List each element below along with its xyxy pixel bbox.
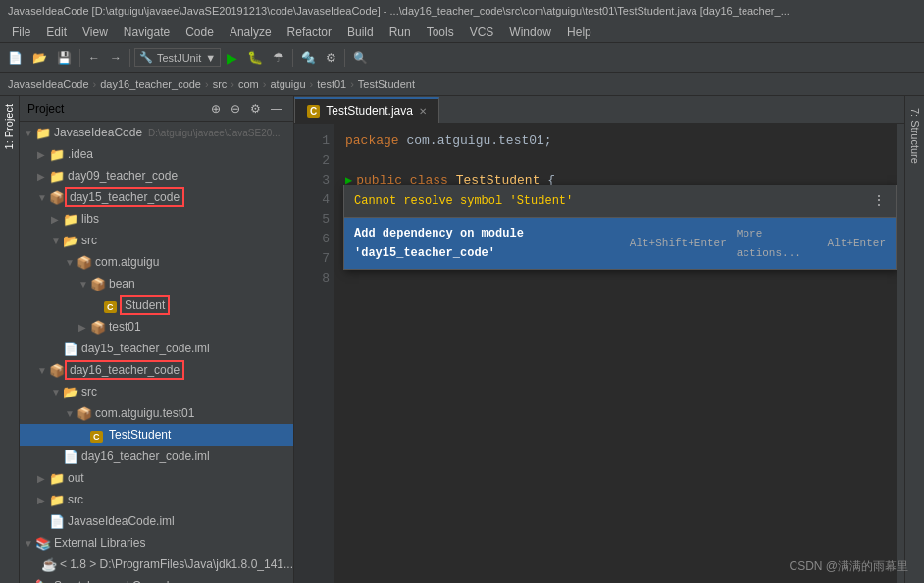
structure-tab[interactable]: 7: Structure (906, 100, 924, 172)
breadcrumb-item-com[interactable]: com (238, 79, 259, 90)
menu-item-window[interactable]: Window (501, 24, 559, 41)
tree-item-day15[interactable]: ▼📦day15_teacher_code (20, 186, 293, 208)
menu-item-file[interactable]: File (4, 24, 38, 41)
error-tooltip[interactable]: Cannot resolve symbol 'Student' ⋮ Add de… (343, 185, 897, 270)
breadcrumb-separator: › (310, 79, 314, 90)
menu-item-vcs[interactable]: VCS (462, 24, 502, 41)
menu-item-refactor[interactable]: Refactor (280, 24, 339, 41)
tooltip-menu-icon[interactable]: ⋮ (872, 191, 886, 211)
tree-item-libs[interactable]: ▶📁libs (20, 208, 293, 230)
tab-class-icon: C (307, 105, 320, 118)
run-config-dropdown[interactable]: 🔧 TestJUnit ▼ (134, 48, 221, 67)
breadcrumb-item-javaseideacode[interactable]: JavaseIdeaCode (8, 79, 89, 90)
tree-item-teststudent[interactable]: CTestStudent (20, 424, 293, 446)
project-tab[interactable]: 1: Project (0, 96, 19, 157)
tree-item-src15[interactable]: ▼📂src (20, 230, 293, 251)
tree-label-teststudent: TestStudent (109, 428, 171, 442)
breadcrumb-item-teststudent[interactable]: TestStudent (358, 79, 415, 90)
new-btn[interactable]: 📄 (4, 49, 26, 67)
more-actions-label[interactable]: More actions... (737, 224, 818, 263)
tree-item-extLibs[interactable]: ▼📚External Libraries (20, 532, 293, 554)
tab-close-btn[interactable]: ✕ (419, 106, 427, 117)
breadcrumb-item-test01[interactable]: test01 (317, 79, 346, 90)
coverage-btn[interactable]: ☂ (269, 48, 288, 67)
tree-item-root[interactable]: ▼📁JavaseIdeaCodeD:\atguigu\javaee\JavaSE… (20, 122, 293, 143)
tree-label-bean: bean (109, 277, 135, 291)
tree-item-rootIml[interactable]: 📄JavaseIdeaCode.iml (20, 510, 293, 532)
title-text: JavaseIdeaCode [D:\atguigu\javaee\JavaSE… (8, 5, 790, 17)
collapse-all-btn[interactable]: ⊖ (228, 101, 243, 117)
scrollbar[interactable] (897, 124, 904, 583)
project-panel: Project ⊕ ⊖ ⚙ — ▼📁JavaseIdeaCodeD:\atgui… (20, 96, 294, 583)
tree-label-src16: src (81, 385, 97, 398)
breadcrumb-item-day16teachercode[interactable]: day16_teacher_code (100, 79, 201, 90)
tree-path-root: D:\atguigu\javaee\JavaSE20... (148, 128, 281, 138)
tree-label-src_root: src (68, 493, 83, 506)
breadcrumb-separator: › (231, 79, 234, 90)
tree-item-day09[interactable]: ▶📁day09_teacher_code (20, 165, 293, 186)
more-shortcut: Alt+Enter (828, 234, 886, 253)
menu-item-build[interactable]: Build (339, 24, 382, 41)
breadcrumb-item-atguigu[interactable]: atguigu (270, 79, 305, 90)
tree-item-test01[interactable]: ▶📦test01 (20, 316, 293, 338)
menu-item-run[interactable]: Run (382, 24, 419, 41)
breadcrumb-item-src[interactable]: src (213, 79, 228, 90)
project-header: Project ⊕ ⊖ ⚙ — (20, 96, 293, 122)
code-content[interactable]: package com.atguigu.test01; ▶ public cla… (334, 124, 897, 583)
forward-btn[interactable]: → (106, 49, 126, 67)
debug-btn[interactable]: 🐛 (243, 48, 267, 67)
editor-area: C TestStudent.java ✕ 1 2 3 4 5 6 7 8 pac… (294, 96, 904, 583)
menu-item-navigate[interactable]: Navigate (116, 24, 178, 41)
tree-label-rootIml: JavaseIdeaCode.iml (68, 514, 175, 528)
tree-label-test01: test01 (109, 320, 141, 334)
editor-tabs: C TestStudent.java ✕ (294, 96, 904, 124)
tree-item-jdk[interactable]: ☕< 1.8 > D:\ProgramFiles\Java\jdk1.8.0_1… (20, 554, 293, 575)
tree-label-idea: .idea (68, 147, 93, 161)
tree-label-day15iml: day15_teacher_code.iml (81, 342, 210, 355)
tree-label-day16iml: day16_teacher_code.iml (81, 450, 210, 463)
settings-btn[interactable]: ⚙ (322, 49, 340, 67)
expand-all-btn[interactable]: ⊕ (208, 101, 224, 117)
run-btn[interactable]: ▶ (223, 48, 241, 68)
tree-item-out[interactable]: ▶📁out (20, 467, 293, 489)
tree-label-root: JavaseIdeaCode (54, 126, 142, 139)
tree-label-src15: src (81, 234, 97, 247)
sdk-btn[interactable]: 🔩 (297, 49, 320, 67)
menu-item-analyze[interactable]: Analyze (222, 24, 280, 41)
search-everywhere-btn[interactable]: 🔍 (349, 49, 372, 67)
tree-label-day16: day16_teacher_code (68, 363, 181, 377)
tab-teststudent[interactable]: C TestStudent.java ✕ (294, 97, 439, 123)
close-panel-btn[interactable]: — (268, 101, 285, 117)
tree-label-comatguigutest01: com.atguigu.test01 (95, 406, 194, 420)
tree-item-bean[interactable]: ▼📦bean (20, 273, 293, 294)
breadcrumb-separator: › (205, 79, 209, 90)
tree-item-student[interactable]: CStudent (20, 294, 293, 316)
open-btn[interactable]: 📂 (28, 49, 51, 67)
action-label: Add dependency on module 'day15_teacher_… (354, 224, 620, 263)
breadcrumb-separator: › (350, 79, 354, 90)
menu-item-edit[interactable]: Edit (38, 24, 75, 41)
action-shortcut: Alt+Shift+Enter (630, 234, 727, 253)
tree-item-day16[interactable]: ▼📦day16_teacher_code (20, 359, 293, 381)
tree-item-day16iml[interactable]: 📄day16_teacher_code.iml (20, 446, 293, 467)
tree-label-extLibs: External Libraries (54, 536, 145, 550)
tree-item-comatguigutest01[interactable]: ▼📦com.atguigu.test01 (20, 402, 293, 424)
menu-item-help[interactable]: Help (559, 24, 599, 41)
tree-label-jdk: < 1.8 > D:\ProgramFiles\Java\jdk1.8.0_14… (60, 557, 293, 571)
save-btn[interactable]: 💾 (53, 49, 76, 67)
tree-item-day15iml[interactable]: 📄day15_teacher_code.iml (20, 338, 293, 359)
back-btn[interactable]: ← (84, 49, 104, 67)
tree-item-idea[interactable]: ▶📁.idea (20, 143, 293, 165)
settings-panel-btn[interactable]: ⚙ (247, 101, 264, 117)
tree-item-scratches[interactable]: ▶✏️Scratches and Consoles (20, 575, 293, 583)
tree-item-comatguigu[interactable]: ▼📦com.atguigu (20, 251, 293, 273)
code-editor[interactable]: 1 2 3 4 5 6 7 8 package com.atguigu.test… (294, 124, 904, 583)
tree-item-src_root[interactable]: ▶📁src (20, 489, 293, 510)
tree-item-src16[interactable]: ▼📂src (20, 381, 293, 402)
tree-label-out: out (68, 471, 84, 485)
tooltip-action-row[interactable]: Add dependency on module 'day15_teacher_… (344, 218, 896, 269)
run-config-icon: 🔧 (139, 51, 153, 64)
menu-item-code[interactable]: Code (178, 24, 222, 41)
menu-item-tools[interactable]: Tools (419, 24, 462, 41)
menu-item-view[interactable]: View (75, 24, 116, 41)
